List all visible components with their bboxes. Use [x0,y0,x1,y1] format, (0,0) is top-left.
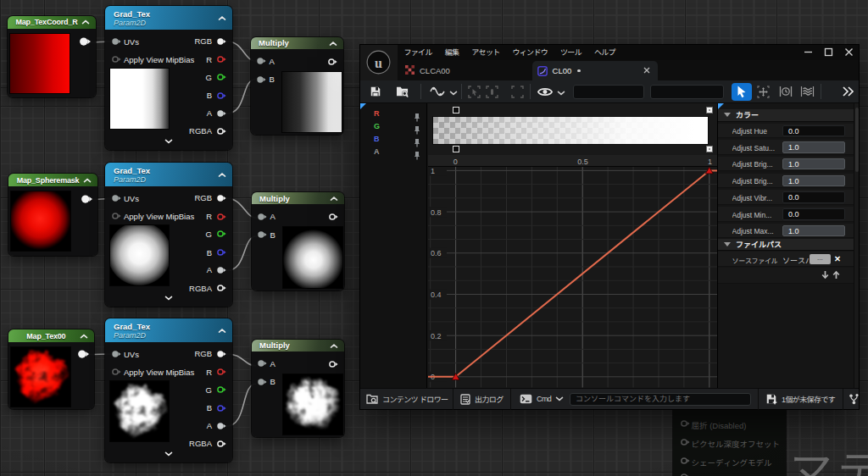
mipbias-input-pin[interactable] [111,55,121,64]
a-output-pin[interactable] [216,266,226,274]
collapse-chevron-icon[interactable] [80,332,88,340]
save-button[interactable] [370,80,381,102]
curve-graph[interactable]: 10.80.60.40.20 [428,167,717,388]
gradient-stop-handle-right-top[interactable] [706,107,713,113]
menu-item[interactable]: ツール [554,45,588,60]
scrollbar-thumb[interactable] [855,108,859,172]
output-pin[interactable] [327,58,337,66]
material-result-node[interactable]: 屈折 (Disabled) ピクセル深度オフセット シェーディングモデル [673,405,786,476]
rgb-output-pin[interactable] [216,350,226,358]
gradient-stop-handle-right-bottom[interactable] [706,146,713,152]
output-pin[interactable] [81,193,93,204]
menu-item[interactable]: ファイル [398,45,438,60]
clear-file-icon[interactable]: ✕ [834,254,841,263]
uvs-input-pin[interactable] [111,350,121,358]
output-log-button[interactable]: 出力ログ [460,389,504,411]
toolbar-overflow-button[interactable] [842,80,854,102]
b-output-pin[interactable] [216,404,226,412]
material-input-pin[interactable] [680,438,690,446]
collapse-chevron-icon[interactable] [330,194,338,203]
g-output-pin[interactable] [216,230,226,238]
collapse-chevron-icon[interactable] [218,326,226,335]
b-input-pin[interactable] [256,75,266,84]
menu-item[interactable]: ウィンドウ [506,45,554,60]
curve-stack-button[interactable] [800,80,815,102]
section-header-color[interactable]: カラー [718,109,854,122]
b-output-pin[interactable] [216,91,226,100]
rgb-output-pin[interactable] [216,194,226,202]
r-output-pin[interactable] [216,55,226,64]
details-value-input[interactable]: 1.0 [782,141,845,153]
time-ruler[interactable]: 0 0.5 1 [428,155,717,167]
uvs-input-pin[interactable] [111,194,121,202]
a-input-pin[interactable] [257,213,267,221]
curve-line[interactable] [428,170,717,376]
graph-node-map-texcoord-r[interactable]: Map_TexCoord_R [8,16,96,98]
maximize-button[interactable] [824,45,833,60]
select-mode-button[interactable] [732,83,753,101]
select-keys-button[interactable] [468,80,481,102]
g-output-pin[interactable] [216,73,226,81]
tab-cl00[interactable]: CL00 [532,61,659,80]
close-button[interactable] [844,45,854,60]
gradient-stop-handle-left-top[interactable] [453,107,459,113]
rgba-output-pin[interactable] [216,440,226,448]
rgb-output-pin[interactable] [216,37,226,46]
content-drawer-button[interactable]: コンテンツ ドロワー [366,389,448,411]
a-input-pin[interactable] [256,57,266,65]
revision-control-icon[interactable] [849,389,860,411]
graph-node-multiply[interactable]: Multiply A B [251,37,343,136]
key-tool-button[interactable] [486,80,498,102]
graph-node-map-tex00[interactable]: Map_Tex00 [8,329,95,409]
b-output-pin[interactable] [216,248,226,257]
pin-toggle-icon[interactable] [414,148,420,163]
gradient-preview-bar[interactable] [433,117,708,144]
graph-node-map-spheremask[interactable]: Map_Spheremask [8,174,97,256]
channel-row[interactable]: B [360,135,427,147]
mipbias-input-pin[interactable] [111,368,121,376]
transform-mode-button[interactable] [757,80,770,102]
menu-item[interactable]: 編集 [438,45,465,60]
tab-clca00[interactable]: CLCA00 [398,60,450,80]
gradient-stop-handle-left-bottom[interactable] [453,146,459,152]
import-arrow-icon[interactable] [821,270,830,281]
details-value-input[interactable]: 1.0 [782,158,845,170]
b-input-pin[interactable] [257,378,267,386]
rgba-output-pin[interactable] [216,284,226,292]
curve-view-dropdown[interactable] [430,80,458,102]
details-value-input[interactable]: 0.0 [782,208,845,220]
details-value-input[interactable]: 1.0 [782,225,845,237]
mipbias-input-pin[interactable] [111,212,121,220]
console-command-input[interactable] [570,393,751,406]
graph-node-multiply[interactable]: Multiply A B [252,340,344,438]
output-pin[interactable] [79,36,92,47]
g-output-pin[interactable] [216,385,226,394]
browse-file-button[interactable]: ... [810,254,831,264]
details-value-input[interactable]: 0.0 [782,191,845,203]
frame-selection-button[interactable] [511,80,524,102]
collapse-chevron-icon[interactable] [83,176,92,185]
material-input-pin[interactable] [680,457,690,465]
output-pin[interactable] [77,348,90,359]
a-output-pin[interactable] [216,109,226,118]
output-pin[interactable] [328,213,338,221]
uvs-input-pin[interactable] [111,37,121,46]
material-input-pin[interactable] [680,473,690,476]
collapse-chevron-icon[interactable] [81,18,90,26]
unsaved-assets-button[interactable]: 1個が未保存です [765,389,835,411]
material-input-pin[interactable] [680,419,690,428]
toolbar-field-2[interactable] [650,85,724,99]
minimize-button[interactable] [804,45,813,60]
r-output-pin[interactable] [216,368,226,376]
details-scrollbar[interactable] [854,103,860,388]
details-value-input[interactable]: 0.0 [782,125,845,137]
rgba-output-pin[interactable] [216,127,226,136]
details-value-input[interactable]: 1.0 [782,175,845,187]
tab-close-icon[interactable] [643,67,650,75]
graph-node-grad-tex[interactable]: Grad_Tex Param2D UVs Apply View MipBias … [105,6,232,150]
graph-node-grad-tex[interactable]: Grad_Tex Param2D UVs Apply View MipBias … [105,163,232,307]
toolbar-field-1[interactable] [573,85,644,99]
section-header-filepath[interactable]: ファイルパス [718,239,854,252]
collapse-chevron-icon[interactable] [218,170,226,180]
b-input-pin[interactable] [257,230,267,239]
